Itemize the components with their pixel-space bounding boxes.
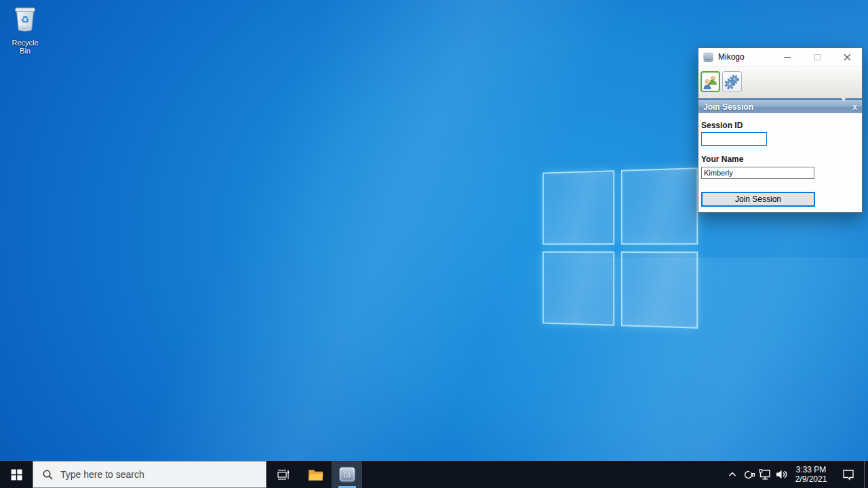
settings-tool-button[interactable] <box>722 71 742 92</box>
titlebar: M Mikogo <box>698 48 862 66</box>
join-session-header-title: Join Session <box>703 102 753 112</box>
gears-icon <box>724 74 740 89</box>
wallpaper-windows-logo <box>542 167 698 329</box>
wallpaper-logo-pane <box>621 167 698 245</box>
network-button[interactable] <box>757 461 773 488</box>
svg-text:♻: ♻ <box>21 14 30 25</box>
panel-close-button[interactable]: x <box>852 103 857 111</box>
mikogo-window: M Mikogo <box>698 47 863 213</box>
mikogo-logo-icon: M <box>338 466 356 483</box>
chevron-down-icon <box>841 98 846 113</box>
taskbar-clock[interactable]: 3:33 PM 2/9/2021 <box>789 461 833 488</box>
session-id-label: Session ID <box>701 121 743 130</box>
recycle-bin-icon: ♻ <box>9 4 41 35</box>
light-beam <box>0 258 868 461</box>
recycle-bin-shortcut[interactable]: ♻ Recycle Bin <box>5 4 45 55</box>
participants-icon <box>703 75 718 89</box>
windows-logo-icon <box>11 469 22 481</box>
meet-now-button[interactable] <box>741 461 757 488</box>
screen: ♻ Recycle Bin M Mikogo <box>0 0 868 488</box>
taskbar-search-box[interactable] <box>33 461 267 488</box>
svg-text:M: M <box>343 470 351 480</box>
ethernet-network-icon <box>758 468 772 481</box>
speaker-icon <box>774 468 788 481</box>
show-desktop-button[interactable] <box>864 461 868 488</box>
maximize-icon <box>814 54 821 60</box>
window-title: Mikogo <box>718 52 745 62</box>
close-icon <box>844 54 851 61</box>
taskbar: M <box>0 461 868 488</box>
search-icon <box>42 469 54 481</box>
action-center-button[interactable] <box>833 461 864 488</box>
join-session-button[interactable]: Join Session <box>701 192 815 207</box>
hidden-icons-button[interactable] <box>724 461 741 488</box>
window-controls <box>772 48 862 66</box>
minimize-icon <box>784 57 791 58</box>
wallpaper-logo-pane <box>621 251 698 329</box>
session-id-input[interactable] <box>701 132 767 146</box>
join-session-tool-button[interactable] <box>701 71 720 92</box>
join-session-panel: Session ID Your Name Join Session <box>698 113 862 212</box>
mikogo-logo-icon: M <box>703 52 713 62</box>
system-tray: 3:33 PM 2/9/2021 <box>724 461 868 488</box>
start-button[interactable] <box>0 461 33 488</box>
file-explorer-button[interactable] <box>299 461 332 488</box>
wallpaper-logo-pane <box>542 170 614 245</box>
task-view-button[interactable] <box>267 461 299 488</box>
minimize-button[interactable] <box>772 48 802 66</box>
video-camera-icon <box>743 468 755 481</box>
join-session-header: Join Session x <box>698 100 862 113</box>
notification-bubble-icon <box>842 468 855 481</box>
chevron-up-icon <box>727 469 738 480</box>
svg-text:M: M <box>706 54 710 60</box>
mikogo-taskbar-button[interactable]: M <box>332 461 362 488</box>
maximize-button[interactable] <box>802 48 832 66</box>
panel-collapse-button[interactable] <box>841 101 846 113</box>
folder-icon <box>307 466 324 483</box>
toolbar <box>698 66 862 98</box>
your-name-label: Your Name <box>701 155 743 164</box>
your-name-input[interactable] <box>701 167 814 179</box>
wallpaper-logo-pane <box>542 251 614 326</box>
recycle-bin-label: Recycle Bin <box>5 39 45 55</box>
search-input[interactable] <box>60 469 250 480</box>
task-view-icon <box>276 468 290 482</box>
volume-button[interactable] <box>773 461 789 488</box>
clock-date: 2/9/2021 <box>795 474 827 484</box>
clock-time: 3:33 PM <box>796 465 827 474</box>
close-button[interactable] <box>832 48 862 66</box>
